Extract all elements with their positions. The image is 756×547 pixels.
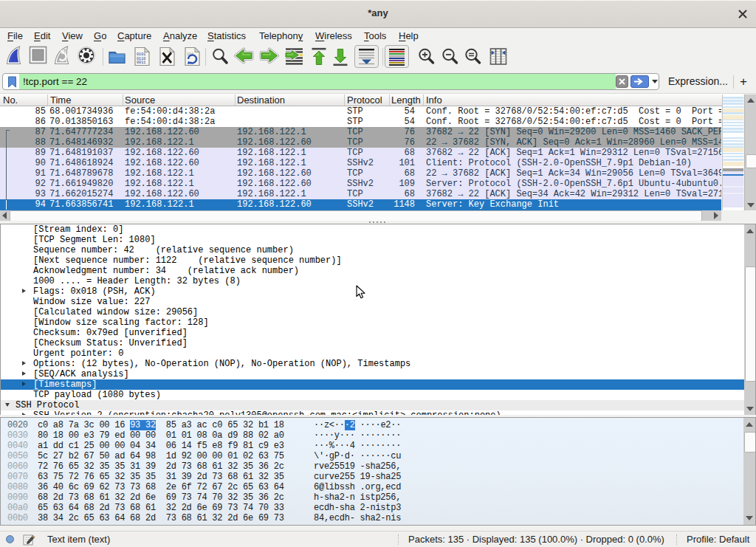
svg-text:0011: 0011	[137, 61, 145, 65]
